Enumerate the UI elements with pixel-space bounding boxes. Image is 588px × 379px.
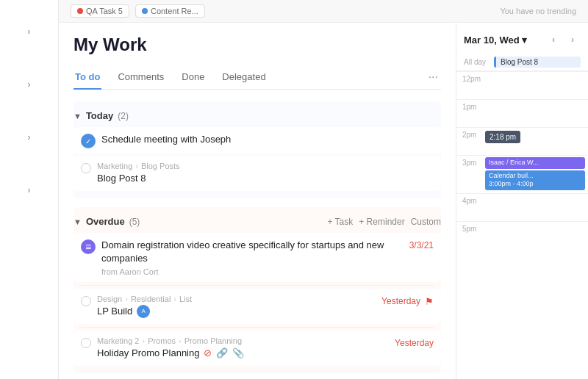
time-content-1pm xyxy=(482,100,588,103)
task-breadcrumb-blog: Marketing › Blog Posts xyxy=(97,162,434,170)
task-body-blog: Marketing › Blog Posts Blog Post 8 xyxy=(97,162,434,185)
task-body-promo: Marketing 2 › Promos › Promo Planning Ho… xyxy=(97,336,389,360)
task-meta-domain: from Aaron Cort xyxy=(101,267,404,276)
time-label-1pm: 1pm xyxy=(456,100,482,111)
link-icon-promo: 🔗 xyxy=(216,347,228,358)
calendar-dropdown-icon[interactable]: ▾ xyxy=(522,35,527,46)
task-title-domain: Domain registration video creative speci… xyxy=(101,239,404,265)
today-title: Today xyxy=(86,110,113,121)
calendar-event-calendar-build[interactable]: Calendar buil...3:00pm - 4:00p xyxy=(485,170,585,190)
task-icon-domain: ≡ xyxy=(81,239,96,254)
task-title-lp: LP Build xyxy=(97,305,132,318)
sidebar: › › › › xyxy=(0,0,59,379)
task-title-blog: Blog Post 8 xyxy=(97,172,434,185)
calendar-title: Mar 10, Wed ▾ xyxy=(464,35,542,46)
stop-icon-promo: ⊘ xyxy=(204,347,212,358)
today-section-header: ▼ Today (2) xyxy=(74,110,441,121)
divider-2 xyxy=(81,327,434,328)
today-toggle[interactable]: ▼ xyxy=(74,112,82,120)
tab-delegated[interactable]: Delegated xyxy=(220,65,267,90)
task-title-row-promo: Holiday Promo Planning ⊘ 🔗 📎 xyxy=(97,347,389,360)
task-body-meeting: Schedule meeting with Joseph xyxy=(101,133,434,146)
sidebar-toggle-2[interactable]: › xyxy=(19,73,40,94)
calendar-panel: Mar 10, Wed ▾ ‹ › All day Blog Post 8 12… xyxy=(456,23,588,379)
breadcrumb-sep-3: › xyxy=(173,295,176,303)
time-row-2pm: 2pm 2:18 pm xyxy=(456,127,588,155)
time-content-2pm: 2:18 pm xyxy=(482,128,588,146)
time-content-12pm xyxy=(482,72,588,75)
tab-more-btn[interactable]: ··· xyxy=(426,68,441,87)
task-lp-build[interactable]: Design › Residential › List LP Build A Y… xyxy=(74,289,441,324)
time-label-5pm: 5pm xyxy=(456,222,482,233)
divider-1 xyxy=(81,285,434,286)
task-checkbox-lp[interactable] xyxy=(81,296,91,306)
overdue-count: (5) xyxy=(129,217,140,227)
allday-event-chip[interactable]: Blog Post 8 xyxy=(494,57,581,68)
tab-todo[interactable]: To do xyxy=(74,65,101,90)
attach-icon-promo: 📎 xyxy=(232,347,244,358)
calendar-event-isaac[interactable]: Isaac / Erica W... xyxy=(485,157,585,169)
task-holiday-promo[interactable]: Marketing 2 › Promos › Promo Planning Ho… xyxy=(74,331,441,366)
overdue-actions: + Task + Reminder Custom xyxy=(327,217,441,227)
sidebar-toggle-1[interactable]: › xyxy=(19,21,40,41)
calendar-prev-btn[interactable]: ‹ xyxy=(545,32,562,48)
breadcrumb-sep-1: › xyxy=(135,162,138,170)
breadcrumb-marketing2: Marketing 2 xyxy=(97,336,139,345)
today-section: ▼ Today (2) ✓ Schedule meeting with Jose… xyxy=(74,101,441,198)
sidebar-toggle-3[interactable]: › xyxy=(19,126,40,147)
task-breadcrumb-promo: Marketing 2 › Promos › Promo Planning xyxy=(97,336,389,345)
time-row-12pm: 12pm xyxy=(456,71,588,99)
task-checkbox-blog[interactable] xyxy=(81,163,91,173)
task-domain-registration[interactable]: ≡ Domain registration video creative spe… xyxy=(74,233,441,281)
add-task-btn[interactable]: + Task xyxy=(327,217,353,227)
trending-message: You have no trending xyxy=(500,7,576,15)
task-breadcrumb-lp: Design › Residential › List xyxy=(97,295,376,303)
breadcrumb-marketing: Marketing xyxy=(97,162,132,170)
task-icon-meeting: ✓ xyxy=(81,134,96,148)
overdue-title: Overdue xyxy=(86,216,125,227)
time-row-3pm: 3pm Isaac / Erica W... Calendar buil...3… xyxy=(456,155,588,193)
my-work-left: My Work To do Comments Done Delegated ··… xyxy=(59,23,456,379)
task-schedule-meeting[interactable]: ✓ Schedule meeting with Joseph xyxy=(74,127,441,154)
badge-dot-blue xyxy=(142,8,148,14)
calendar-header: Mar 10, Wed ▾ ‹ › xyxy=(456,23,588,54)
task-right-lp: Yesterday ⚑ xyxy=(381,296,434,307)
sidebar-toggle-4[interactable]: › xyxy=(19,179,40,200)
task-blog-post-8[interactable]: Marketing › Blog Posts Blog Post 8 xyxy=(74,156,441,191)
time-label-3pm: 3pm xyxy=(456,156,482,167)
task-checkbox-promo[interactable] xyxy=(81,338,91,348)
calendar-timeline: 12pm 1pm 2pm 2:18 pm 3pm xyxy=(456,71,588,379)
badge-content[interactable]: Content Re... xyxy=(135,4,205,18)
badge-dot-red xyxy=(77,8,83,14)
calendar-next-btn[interactable]: › xyxy=(564,32,581,48)
task-title-row-lp: LP Build A xyxy=(97,305,376,318)
badge-qa-task[interactable]: QA Task 5 xyxy=(71,4,129,18)
time-label-4pm: 4pm xyxy=(456,194,482,205)
avatar-lp: A xyxy=(137,305,150,318)
custom-label[interactable]: Custom xyxy=(411,217,441,227)
overdue-section-header: ▼ Overdue (5) + Task + Reminder Custom xyxy=(74,216,441,227)
main-content: QA Task 5 Content Re... You have no tren… xyxy=(59,0,588,379)
my-work-container: My Work To do Comments Done Delegated ··… xyxy=(59,23,588,379)
flag-icon-lp: ⚑ xyxy=(425,296,434,307)
allday-label: All day xyxy=(464,58,490,66)
overdue-toggle[interactable]: ▼ xyxy=(74,217,82,226)
time-label-2pm: 2pm xyxy=(456,128,482,139)
task-date-domain: 3/3/21 xyxy=(409,240,434,250)
task-body-lp: Design › Residential › List LP Build A xyxy=(97,295,376,318)
tab-done[interactable]: Done xyxy=(180,65,206,90)
breadcrumb-list: List xyxy=(179,295,192,303)
calendar-allday-row: All day Blog Post 8 xyxy=(456,54,588,71)
current-time-indicator: 2:18 pm xyxy=(485,131,520,143)
add-reminder-btn[interactable]: + Reminder xyxy=(359,217,404,227)
task-right-domain: 3/3/21 xyxy=(409,240,434,250)
top-bar: QA Task 5 Content Re... You have no tren… xyxy=(59,0,588,23)
breadcrumb-sep-4: › xyxy=(142,336,145,345)
task-body-domain: Domain registration video creative speci… xyxy=(101,239,404,275)
time-content-5pm xyxy=(482,222,588,225)
tab-comments[interactable]: Comments xyxy=(116,65,165,90)
tabs-bar: To do Comments Done Delegated ··· xyxy=(74,65,441,90)
time-label-12pm: 12pm xyxy=(456,72,482,83)
task-date-promo: Yesterday xyxy=(395,338,434,348)
breadcrumb-design: Design xyxy=(97,295,122,303)
